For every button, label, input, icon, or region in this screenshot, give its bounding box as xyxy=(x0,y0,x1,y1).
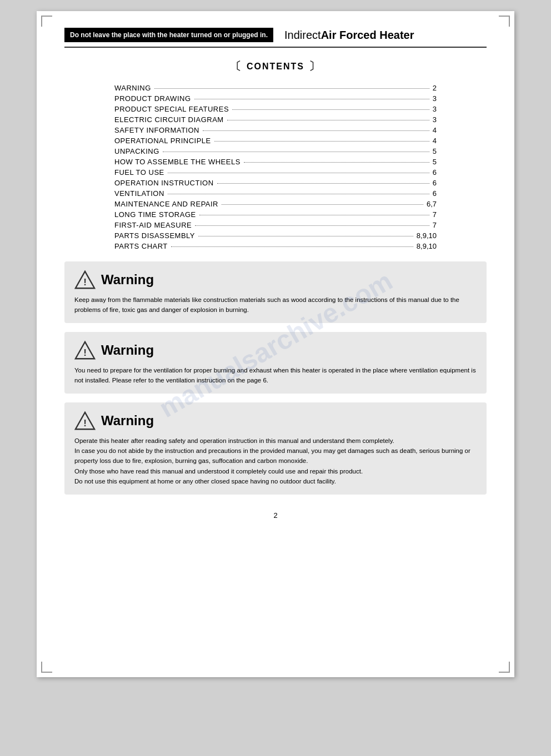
toc-dots xyxy=(214,141,429,142)
toc-dots xyxy=(232,109,429,110)
toc-item: LONG TIME STORAGE 7 xyxy=(114,210,437,219)
header-title: Indirect Air Forced Heater xyxy=(284,28,414,42)
toc-label: ELECTRIC CIRCUIT DIAGRAM xyxy=(114,115,224,124)
warning-icon: ! xyxy=(74,410,96,431)
toc-item: WARNING 2 xyxy=(114,84,437,92)
warning-header: ! Warning xyxy=(74,340,477,361)
toc-page: 6,7 xyxy=(427,200,437,208)
toc-dots xyxy=(199,215,429,215)
warning-text-line: Operate this heater after reading safety… xyxy=(74,436,477,446)
warning-title: Warning xyxy=(101,413,154,429)
toc-label: WARNING xyxy=(114,84,151,92)
toc-page: 3 xyxy=(433,115,437,124)
toc-page: 2 xyxy=(433,84,437,92)
toc-item: VENTILATION 6 xyxy=(114,189,437,198)
warning-box-2: ! Warning You need to prepare for the ve… xyxy=(64,332,487,394)
warning-text-line: Do not use this equipment at home or any… xyxy=(74,476,477,486)
toc-dots xyxy=(171,246,413,247)
corner-mark-tr xyxy=(499,16,510,27)
toc-page: 5 xyxy=(433,147,437,155)
toc-label: OPERATIONAL PRINCIPLE xyxy=(114,137,211,145)
toc-item: PARTS CHART 8,9,10 xyxy=(114,242,437,250)
toc-dots xyxy=(168,173,429,173)
toc-dots xyxy=(203,130,429,131)
svg-text:!: ! xyxy=(83,417,87,428)
toc-label: PRODUCT SPECIAL FEATURES xyxy=(114,105,229,113)
header-title-bold: Air Forced Heater xyxy=(321,29,414,42)
corner-mark-bl xyxy=(41,662,52,673)
toc-label: UNPACKING xyxy=(114,147,159,155)
toc-item: PARTS DISASSEMBLY 8,9,10 xyxy=(114,231,437,240)
header-title-prefix: Indirect xyxy=(284,29,321,42)
warning-box-3: ! Warning Operate this heater after read… xyxy=(64,402,487,495)
toc-label: PRODUCT DRAWING xyxy=(114,94,191,103)
toc-page: 6 xyxy=(433,168,437,177)
bracket-left-icon: 〔 xyxy=(230,59,242,74)
toc-page: 4 xyxy=(433,126,437,134)
toc-dots xyxy=(154,88,429,89)
contents-section: 〔 CONTENTS 〕 WARNING 2 PRODUCT DRAWING 3… xyxy=(64,59,487,250)
toc-dots xyxy=(217,183,429,184)
toc-label: PARTS CHART xyxy=(114,242,168,250)
toc-dots xyxy=(194,99,429,99)
header: Do not leave the place with the heater t… xyxy=(64,28,487,48)
toc-item: FIRST-AID MEASURE 7 xyxy=(114,221,437,229)
warning-title: Warning xyxy=(101,272,154,288)
page: manualsarchive.com Do not leave the plac… xyxy=(37,11,514,677)
toc-dots xyxy=(227,120,429,120)
warnings-container: ! Warning Keep away from the flammable m… xyxy=(64,261,487,495)
bracket-right-icon: 〕 xyxy=(309,59,321,74)
toc-label: FIRST-AID MEASURE xyxy=(114,221,192,229)
warning-box-1: ! Warning Keep away from the flammable m… xyxy=(64,261,487,323)
warning-text: Keep away from the flammable materials l… xyxy=(74,295,477,315)
toc-dots xyxy=(244,162,429,163)
toc-dots xyxy=(222,204,423,205)
warning-header: ! Warning xyxy=(74,410,477,431)
toc-item: OPERATION INSTRUCTION 6 xyxy=(114,179,437,187)
toc-page: 7 xyxy=(433,221,437,229)
warning-icon: ! xyxy=(74,269,96,290)
toc-item: ELECTRIC CIRCUIT DIAGRAM 3 xyxy=(114,115,437,124)
warning-title: Warning xyxy=(101,342,154,358)
toc-label: PARTS DISASSEMBLY xyxy=(114,231,195,240)
toc-page: 6 xyxy=(433,189,437,198)
toc-page: 8,9,10 xyxy=(417,242,437,250)
toc-item: SAFETY INFORMATION 4 xyxy=(114,126,437,134)
corner-mark-br xyxy=(499,662,510,673)
toc-item: PRODUCT DRAWING 3 xyxy=(114,94,437,103)
toc-item: UNPACKING 5 xyxy=(114,147,437,155)
toc-dots xyxy=(195,225,429,226)
toc-item: HOW TO ASSEMBLE THE WHEELS 5 xyxy=(114,158,437,166)
toc-dots xyxy=(168,194,429,194)
svg-text:!: ! xyxy=(83,347,87,357)
toc-page: 3 xyxy=(433,105,437,113)
toc-label: OPERATION INSTRUCTION xyxy=(114,179,214,187)
toc-page: 4 xyxy=(433,137,437,145)
svg-text:!: ! xyxy=(83,277,87,288)
header-warning-label: Do not leave the place with the heater t… xyxy=(64,28,273,42)
toc-page: 3 xyxy=(433,94,437,103)
toc-label: HOW TO ASSEMBLE THE WHEELS xyxy=(114,158,241,166)
warning-text-content: You need to prepare for the ventilation … xyxy=(74,367,476,384)
toc-label: MAINTENANCE AND REPAIR xyxy=(114,200,218,208)
toc-dots xyxy=(198,236,413,236)
warning-text-content: Keep away from the flammable materials l… xyxy=(74,296,459,313)
toc-page: 5 xyxy=(433,158,437,166)
corner-mark-tl xyxy=(41,16,52,27)
toc-page: 8,9,10 xyxy=(417,231,437,240)
warning-icon: ! xyxy=(74,340,96,361)
warning-text: You need to prepare for the ventilation … xyxy=(74,365,477,386)
page-number: 2 xyxy=(64,511,487,520)
toc-label: VENTILATION xyxy=(114,189,164,198)
warning-text-line: In case you do not abide by the instruct… xyxy=(74,446,477,466)
toc-item: MAINTENANCE AND REPAIR 6,7 xyxy=(114,200,437,208)
toc-label: SAFETY INFORMATION xyxy=(114,126,199,134)
toc-item: FUEL TO USE 6 xyxy=(114,168,437,177)
contents-label: CONTENTS xyxy=(247,62,304,72)
toc-item: PRODUCT SPECIAL FEATURES 3 xyxy=(114,105,437,113)
warning-text: Operate this heater after reading safety… xyxy=(74,436,477,487)
toc-dots xyxy=(163,152,429,152)
warning-text-line: Only those who have read this manual and… xyxy=(74,466,477,476)
toc-item: OPERATIONAL PRINCIPLE 4 xyxy=(114,137,437,145)
contents-title: 〔 CONTENTS 〕 xyxy=(230,59,321,74)
